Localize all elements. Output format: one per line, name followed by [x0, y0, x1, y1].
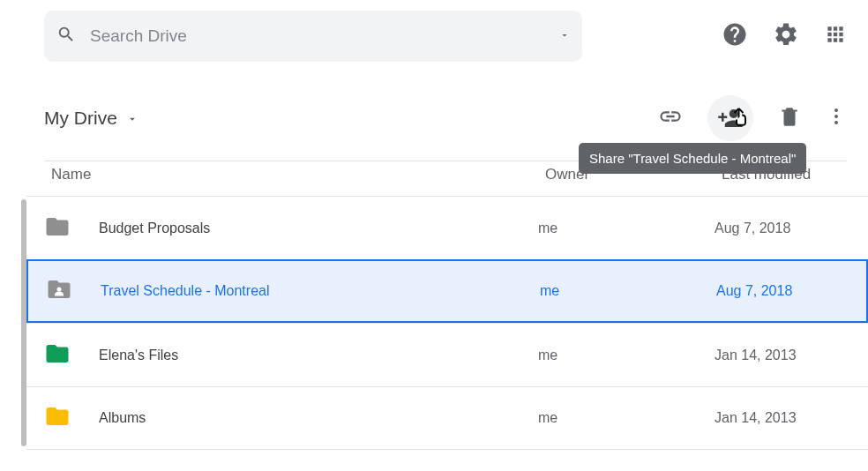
file-list: Budget ProposalsmeAug 7, 2018Travel Sche… [21, 196, 868, 450]
file-owner: me [538, 221, 715, 236]
svg-point-3 [57, 288, 62, 292]
delete-icon[interactable] [778, 105, 801, 131]
search-icon [56, 25, 76, 48]
file-name: Elena's Files [94, 348, 538, 363]
gear-icon[interactable] [773, 21, 799, 48]
breadcrumb-label: My Drive [44, 108, 117, 129]
file-name: Albums [94, 410, 538, 426]
folder-icon [44, 403, 94, 433]
file-row[interactable]: AlbumsmeJan 14, 2013 [26, 386, 868, 450]
search-input[interactable] [90, 26, 545, 46]
link-icon[interactable] [658, 104, 683, 132]
col-owner[interactable]: Owner [545, 166, 722, 183]
file-owner: me [540, 283, 716, 299]
file-owner: me [538, 348, 715, 363]
file-name: Budget Proposals [94, 221, 538, 236]
breadcrumb-my-drive[interactable]: My Drive [44, 108, 138, 129]
action-icons [658, 95, 847, 141]
col-modified[interactable]: Last modified [722, 166, 840, 183]
more-icon[interactable] [826, 106, 847, 131]
folder-icon [46, 276, 95, 306]
file-row[interactable]: Budget ProposalsmeAug 7, 2018 [26, 196, 868, 259]
folder-icon [44, 340, 94, 370]
search-options-icon[interactable] [559, 28, 570, 44]
file-modified: Aug 7, 2018 [715, 221, 868, 236]
file-owner: me [538, 410, 715, 426]
share-button[interactable] [707, 95, 753, 141]
apps-icon[interactable] [824, 23, 847, 46]
help-icon[interactable] [722, 21, 748, 48]
file-modified: Jan 14, 2013 [715, 410, 868, 426]
person-add-icon [717, 105, 744, 131]
column-headers: Name Owner Last modified [44, 159, 847, 196]
search-bar[interactable] [44, 11, 582, 62]
file-modified: Jan 14, 2013 [715, 348, 868, 363]
svg-point-0 [834, 108, 838, 112]
svg-point-2 [834, 121, 838, 124]
file-row[interactable]: Elena's FilesmeJan 14, 2013 [26, 323, 868, 386]
file-modified: Aug 7, 2018 [716, 283, 866, 299]
chevron-down-icon [126, 113, 138, 125]
svg-point-1 [834, 115, 838, 118]
col-name[interactable]: Name [51, 166, 545, 183]
file-row[interactable]: Travel Schedule - MontrealmeAug 7, 2018 [26, 259, 868, 323]
top-icons [722, 21, 847, 48]
file-name: Travel Schedule - Montreal [95, 283, 540, 299]
folder-icon [44, 213, 94, 243]
